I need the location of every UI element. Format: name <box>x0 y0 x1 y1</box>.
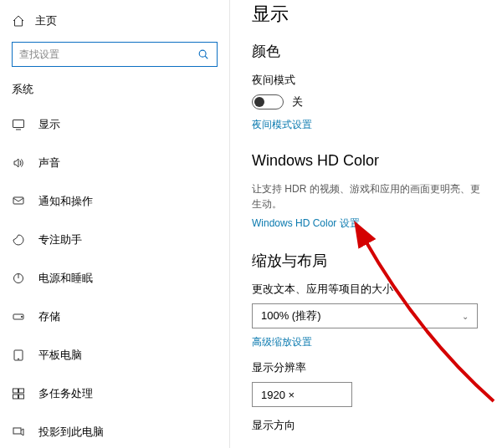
sidebar-item-label: 声音 <box>38 155 60 171</box>
notification-icon <box>12 195 25 208</box>
svg-rect-11 <box>19 395 24 399</box>
section-scale: 缩放与布局 <box>252 251 480 271</box>
night-light-state: 关 <box>292 94 303 109</box>
chevron-down-icon: ⌄ <box>462 312 469 321</box>
sidebar-item-label: 显示 <box>38 117 60 132</box>
sidebar-item-label: 平板电脑 <box>38 348 82 363</box>
sidebar-item-label: 多任务处理 <box>38 386 93 401</box>
sidebar-item-label: 存储 <box>38 309 60 324</box>
scale-value: 100% (推荐) <box>261 308 321 323</box>
storage-icon <box>12 310 25 323</box>
night-light-toggle[interactable] <box>252 94 284 109</box>
sidebar-item-label: 通知和操作 <box>38 194 93 209</box>
project-icon <box>12 425 25 439</box>
svg-point-0 <box>199 50 206 57</box>
section-color: 颜色 <box>252 42 480 61</box>
resolution-label: 显示分辨率 <box>252 361 480 375</box>
svg-rect-2 <box>13 197 23 204</box>
sidebar-item-project[interactable]: 投影到此电脑 <box>0 413 229 448</box>
sidebar-item-notifications[interactable]: 通知和操作 <box>0 182 229 221</box>
night-light-settings-link[interactable]: 夜间模式设置 <box>252 118 480 132</box>
multitask-icon <box>12 387 25 400</box>
svg-rect-1 <box>13 120 24 128</box>
resolution-select[interactable]: 1920 × <box>252 382 352 407</box>
page-title: 显示 <box>252 2 480 27</box>
search-icon <box>197 48 210 61</box>
svg-rect-8 <box>13 389 18 393</box>
sidebar-home[interactable]: 主页 <box>0 7 229 35</box>
monitor-icon <box>12 118 25 131</box>
main-content: 显示 颜色 夜间模式 关 夜间模式设置 Windows HD Color 让支持… <box>230 0 502 448</box>
sidebar-item-storage[interactable]: 存储 <box>0 298 229 336</box>
sidebar-item-multitask[interactable]: 多任务处理 <box>0 374 229 413</box>
sidebar-item-focus[interactable]: 专注助手 <box>0 221 229 259</box>
sidebar-item-sound[interactable]: 声音 <box>0 144 229 182</box>
search-input[interactable] <box>19 48 197 60</box>
sidebar-group-title: 系统 <box>0 79 229 105</box>
sidebar: 主页 系统 显示 声音 通知和操作 <box>0 0 230 448</box>
orientation-label: 显示方向 <box>252 419 480 433</box>
scale-field-label: 更改文本、应用等项目的大小 <box>252 283 480 297</box>
sidebar-item-tablet[interactable]: 平板电脑 <box>0 336 229 374</box>
svg-rect-10 <box>13 395 18 399</box>
home-icon <box>12 14 25 28</box>
svg-point-7 <box>18 359 18 359</box>
focus-icon <box>12 233 25 247</box>
sidebar-item-power[interactable]: 电源和睡眠 <box>0 259 229 298</box>
hd-color-settings-link[interactable]: Windows HD Color 设置 <box>252 216 480 231</box>
tablet-icon <box>12 349 25 362</box>
scale-select[interactable]: 100% (推荐) ⌄ <box>252 303 478 328</box>
sound-icon <box>12 156 25 170</box>
sidebar-item-label: 投影到此电脑 <box>38 425 104 440</box>
night-light-label: 夜间模式 <box>252 73 480 88</box>
home-label: 主页 <box>35 13 57 28</box>
hd-color-desc: 让支持 HDR 的视频、游戏和应用的画面更明亮、更生动。 <box>252 181 480 211</box>
svg-point-5 <box>21 316 22 317</box>
svg-rect-9 <box>19 389 24 393</box>
section-hd-color: Windows HD Color <box>252 152 480 170</box>
svg-rect-12 <box>13 428 21 434</box>
advanced-scale-link[interactable]: 高级缩放设置 <box>252 335 480 349</box>
sidebar-item-display[interactable]: 显示 <box>0 105 229 144</box>
toggle-knob <box>254 97 264 107</box>
search-box[interactable] <box>12 42 218 67</box>
power-icon <box>12 272 25 285</box>
sidebar-item-label: 专注助手 <box>38 232 82 247</box>
resolution-value: 1920 × <box>261 389 295 401</box>
sidebar-item-label: 电源和睡眠 <box>38 271 93 286</box>
